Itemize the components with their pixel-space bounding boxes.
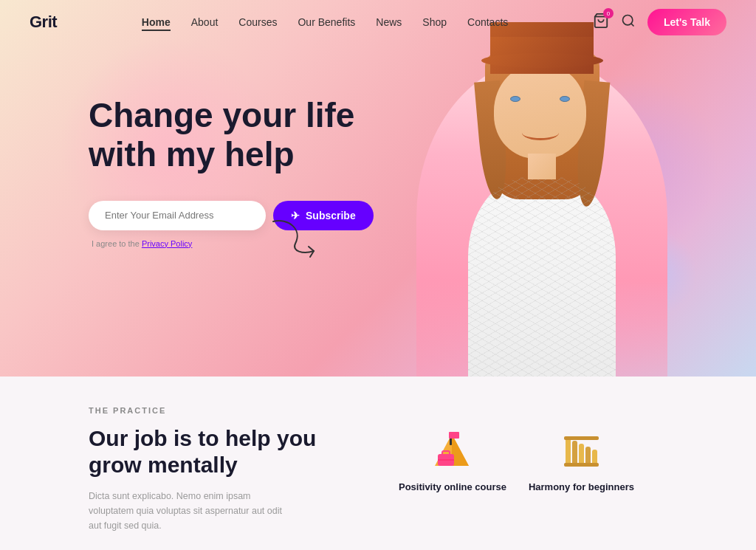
positivity-course-name: Positivity online course (399, 481, 506, 492)
practice-title: Our job is to help you grow mentally (89, 425, 354, 478)
left-eye (510, 96, 520, 102)
nav-item-shop[interactable]: Shop (422, 16, 447, 29)
cart-button[interactable]: 0 (593, 13, 609, 32)
nav-item-about[interactable]: About (191, 16, 219, 29)
right-eye (560, 96, 570, 102)
hat-brim (481, 53, 603, 68)
positivity-icon (430, 428, 475, 472)
hero-section: Change your life with my help ✈ Subscrib… (0, 0, 756, 377)
nav-item-news[interactable]: News (376, 16, 402, 29)
harmony-course-name: Harmony for beginners (529, 481, 634, 492)
svg-point-1 (623, 15, 633, 24)
hero-content: Change your life with my help ✈ Subscrib… (89, 96, 384, 248)
email-input[interactable] (89, 201, 266, 230)
cart-badge: 0 (603, 8, 614, 18)
practice-description: Dicta sunt explicabo. Nemo enim ipsam vo… (89, 489, 295, 533)
practice-section-label: THE PRACTICE (89, 406, 354, 415)
privacy-prefix: I agree to the (92, 239, 142, 248)
course-card-positivity[interactable]: Positivity online course (399, 428, 506, 492)
practice-section: THE PRACTICE Our job is to help you grow… (0, 377, 756, 550)
neck (528, 154, 556, 179)
privacy-note: I agree to the Privacy Policy (92, 239, 384, 248)
nav-item-benefits[interactable]: Our Benefits (298, 16, 355, 29)
nav-item-courses[interactable]: Courses (238, 16, 277, 29)
person-figure (409, 22, 675, 377)
svg-rect-11 (572, 441, 577, 466)
header-actions: 0 Let's Talk (593, 9, 726, 35)
svg-rect-15 (564, 463, 599, 467)
svg-rect-6 (449, 432, 459, 439)
curl-arrow-decoration (266, 214, 325, 258)
svg-line-2 (631, 23, 634, 26)
harmony-icon (559, 428, 603, 472)
header: Grit Home About Courses Our Benefits New… (0, 0, 756, 44)
practice-left-column: THE PRACTICE Our job is to help you grow… (89, 406, 354, 520)
lets-talk-button[interactable]: Let's Talk (647, 9, 726, 35)
hero-person-image (387, 15, 697, 377)
svg-rect-10 (566, 438, 571, 466)
svg-rect-16 (564, 436, 599, 440)
logo: Grit (30, 13, 57, 32)
main-nav: Home About Courses Our Benefits News Sho… (142, 16, 508, 29)
privacy-link[interactable]: Privacy Policy (142, 239, 192, 248)
svg-rect-12 (579, 444, 584, 466)
nav-item-contacts[interactable]: Contacts (467, 16, 508, 29)
lace-pattern (468, 177, 616, 377)
smile (522, 126, 559, 140)
course-card-harmony[interactable]: Harmony for beginners (529, 428, 634, 492)
search-button[interactable] (621, 13, 636, 32)
person-face (494, 63, 586, 159)
svg-marker-4 (452, 434, 469, 466)
hero-email-form: ✈ Subscribe (89, 201, 384, 230)
courses-grid: Positivity online course Harmony for beg… (399, 406, 667, 520)
nav-item-home[interactable]: Home (142, 16, 171, 29)
hero-title: Change your life with my help (89, 96, 384, 174)
